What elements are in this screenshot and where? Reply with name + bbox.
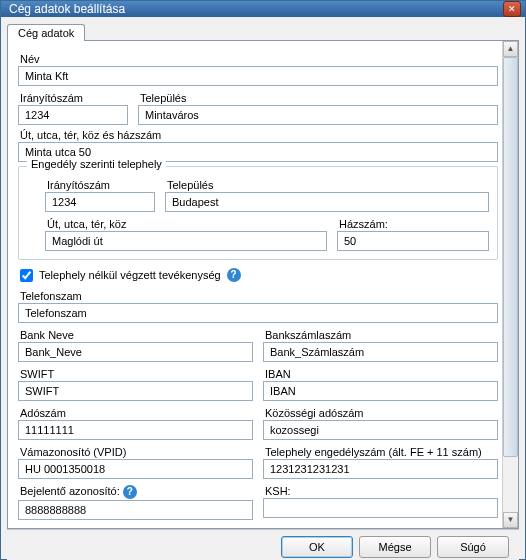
label-tax: Adószám	[20, 407, 253, 419]
field-eu-tax[interactable]	[263, 420, 498, 440]
label-zip: Irányítószám	[20, 92, 128, 104]
ok-button[interactable]: OK	[281, 536, 353, 558]
field-ksh[interactable]	[263, 498, 498, 518]
label-reporter-id-text: Bejelentő azonosító:	[20, 485, 120, 497]
cancel-button[interactable]: Mégse	[359, 536, 431, 558]
titlebar: Cég adatok beállítása ✕	[1, 1, 525, 17]
vertical-scrollbar[interactable]: ▲ ▼	[502, 41, 518, 528]
scroll-track[interactable]	[503, 57, 518, 512]
label-name: Név	[20, 53, 498, 65]
tab-company-data[interactable]: Cég adatok	[7, 24, 85, 41]
field-iban[interactable]	[263, 381, 498, 401]
label-permit-city: Település	[167, 179, 489, 191]
field-vpid[interactable]	[18, 459, 253, 479]
field-name[interactable]	[18, 66, 498, 86]
help-button[interactable]: Súgó	[437, 536, 509, 558]
close-button[interactable]: ✕	[503, 1, 521, 17]
client-area: Cég adatok Név Irányítószám Település	[1, 17, 525, 560]
field-bank-name[interactable]	[18, 342, 253, 362]
label-bank-name: Bank Neve	[20, 329, 253, 341]
tab-body: Név Irányítószám Település Út, utca, tér…	[7, 40, 519, 529]
field-city[interactable]	[138, 105, 498, 125]
label-site-permit-no: Telephely engedélyszám (ált. FE + 11 szá…	[265, 446, 498, 458]
field-permit-city[interactable]	[165, 192, 489, 212]
label-permit-zip: Irányítószám	[47, 179, 155, 191]
label-permit-street: Út, utca, tér, köz	[47, 218, 327, 230]
label-city: Település	[140, 92, 498, 104]
row-no-site: Telephely nélkül végzett tevékenység ?	[20, 268, 498, 282]
label-phone: Telefonszam	[20, 290, 498, 302]
field-site-permit-no[interactable]	[263, 459, 498, 479]
help-icon[interactable]: ?	[227, 268, 241, 282]
window-title: Cég adatok beállítása	[9, 2, 503, 16]
field-phone[interactable]	[18, 303, 498, 323]
dialog-footer: OK Mégse Súgó	[7, 529, 519, 560]
scroll-down-button[interactable]: ▼	[503, 512, 518, 528]
label-ksh: KSH:	[265, 485, 498, 497]
field-permit-zip[interactable]	[45, 192, 155, 212]
field-bank-account[interactable]	[263, 342, 498, 362]
label-iban: IBAN	[265, 368, 498, 380]
field-zip[interactable]	[18, 105, 128, 125]
scroll-thumb[interactable]	[503, 57, 518, 457]
field-reporter-id[interactable]	[18, 500, 253, 520]
label-no-site: Telephely nélkül végzett tevékenység	[39, 269, 221, 281]
close-icon: ✕	[508, 4, 516, 14]
label-reporter-id: Bejelentő azonosító: ?	[20, 485, 253, 499]
label-street: Út, utca, tér, köz és házszám	[20, 129, 498, 141]
label-bank-account: Bankszámlaszám	[265, 329, 498, 341]
label-swift: SWIFT	[20, 368, 253, 380]
label-permit-house: Házszám:	[339, 218, 489, 230]
label-eu-tax: Közösségi adószám	[265, 407, 498, 419]
group-legend: Engedély szerinti telephely	[27, 158, 166, 170]
help-icon[interactable]: ?	[123, 485, 137, 499]
form-area: Név Irányítószám Település Út, utca, tér…	[18, 49, 498, 520]
dialog-window: Cég adatok beállítása ✕ Cég adatok Név I…	[0, 0, 526, 560]
scroll-up-button[interactable]: ▲	[503, 41, 518, 57]
tabstrip: Cég adatok	[7, 23, 519, 40]
field-permit-street[interactable]	[45, 231, 327, 251]
field-tax[interactable]	[18, 420, 253, 440]
field-swift[interactable]	[18, 381, 253, 401]
checkbox-no-site[interactable]	[20, 269, 33, 282]
field-permit-house[interactable]	[337, 231, 489, 251]
label-vpid: Vámazonosító (VPID)	[20, 446, 253, 458]
group-permit-site: Engedély szerinti telephely Irányítószám…	[18, 166, 498, 260]
